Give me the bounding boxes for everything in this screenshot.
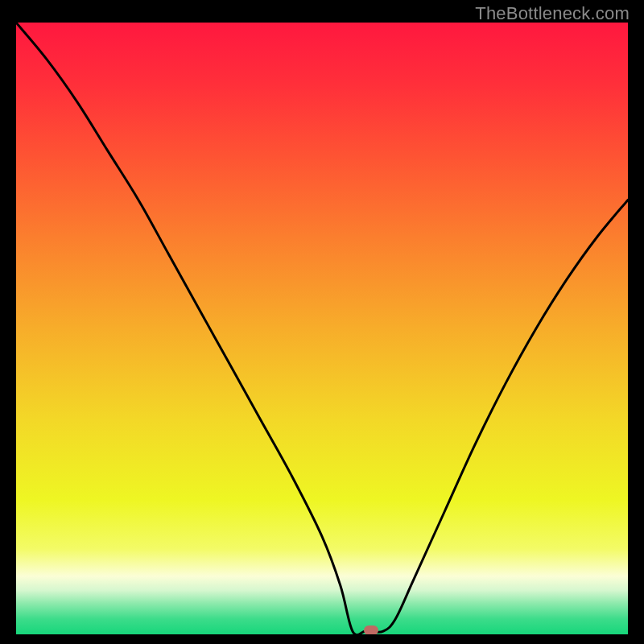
plot-area <box>16 23 628 634</box>
chart-svg <box>16 23 628 634</box>
optimum-marker-icon <box>364 625 378 634</box>
watermark-text: TheBottleneck.com <box>475 3 630 24</box>
chart-frame: TheBottleneck.com <box>0 0 644 644</box>
